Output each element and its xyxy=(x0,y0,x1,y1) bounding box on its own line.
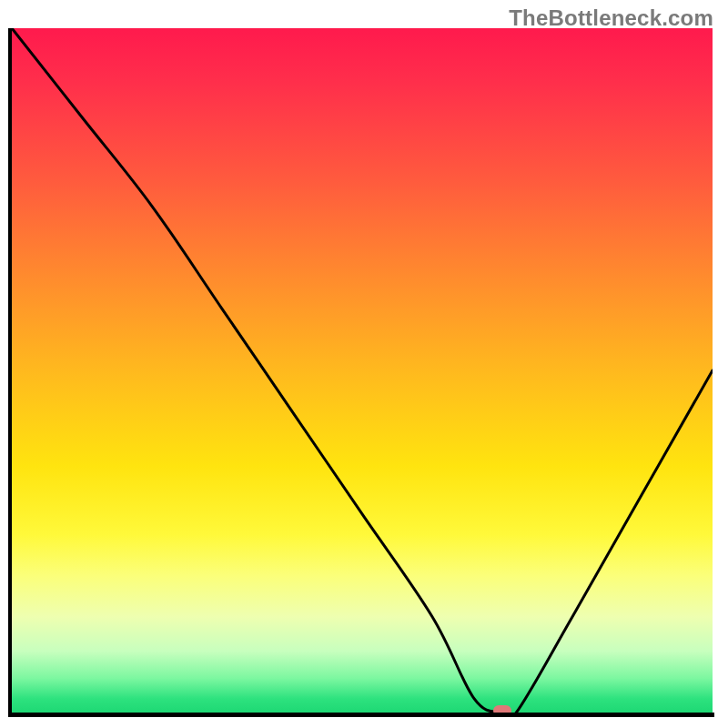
chart-container: TheBottleneck.com xyxy=(0,0,728,728)
watermark-text: TheBottleneck.com xyxy=(509,5,713,31)
optimal-point-marker xyxy=(493,705,511,716)
plot-gradient-background xyxy=(12,28,713,713)
